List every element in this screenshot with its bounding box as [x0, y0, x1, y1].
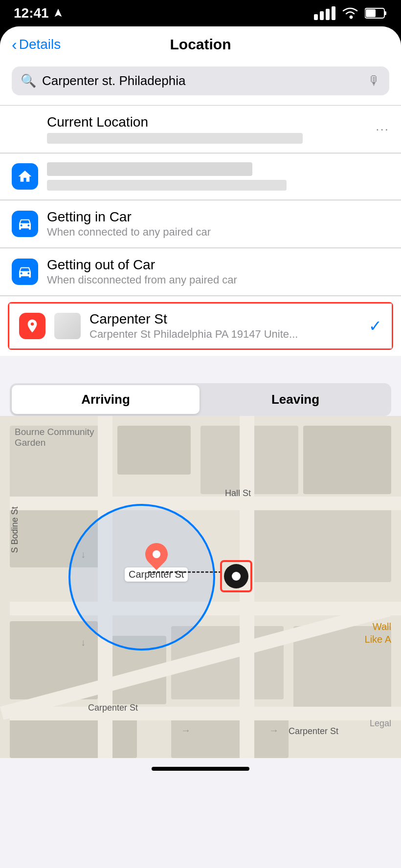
- mic-icon[interactable]: 🎙: [368, 73, 380, 88]
- search-bar: 🔍 🎙: [12, 66, 389, 95]
- page-title: Location: [170, 36, 231, 53]
- time-display: 12:41: [14, 5, 49, 21]
- current-location-text: Current Location: [47, 114, 367, 144]
- svg-rect-0: [314, 14, 318, 20]
- checkmark-icon: ✓: [369, 317, 382, 335]
- getting-in-car-text: Getting in Car When connected to any pai…: [47, 209, 389, 239]
- home-icon: [12, 163, 38, 190]
- map-area: ↓ ↓ → → Bourne CommunityGarden S Bodine …: [0, 416, 401, 758]
- getting-out-car-title: Getting out of Car: [47, 257, 389, 273]
- carpenter-st-title: Carpenter St: [89, 311, 360, 327]
- search-container: 🔍 🎙: [0, 61, 401, 105]
- carpenter-st-bottom-label: Carpenter St: [88, 703, 138, 713]
- map-thumbnail: [54, 313, 81, 339]
- pin-icon: [19, 313, 45, 339]
- nav-header: ‹ Details Location: [0, 26, 401, 61]
- nav-arrow-icon: [12, 116, 38, 142]
- home-text: [47, 162, 389, 191]
- arriving-leaving-segment: Arriving Leaving: [10, 383, 391, 416]
- car-out-icon: [12, 259, 38, 285]
- arriving-button[interactable]: Arriving: [12, 385, 200, 414]
- battery-icon: [365, 7, 387, 19]
- legal-label[interactable]: Legal: [370, 718, 391, 729]
- list-item-carpenter-st[interactable]: Carpenter St Carpenter St Philadelphia P…: [8, 302, 393, 350]
- back-label: Details: [19, 37, 61, 52]
- svg-rect-6: [366, 9, 376, 17]
- resize-handle-dot: [232, 572, 241, 581]
- getting-out-car-text: Getting out of Car When disconnected fro…: [47, 257, 389, 286]
- location-arrow-icon: [53, 8, 64, 19]
- getting-in-car-subtitle: When connected to any paired car: [47, 226, 389, 239]
- getting-in-car-title: Getting in Car: [47, 209, 389, 225]
- svg-rect-5: [384, 11, 386, 15]
- bourne-garden-label: Bourne CommunityGarden: [15, 427, 94, 448]
- svg-rect-2: [326, 9, 330, 20]
- location-list: Current Location ···: [0, 106, 401, 356]
- signal-icon: [314, 6, 335, 20]
- list-item-home[interactable]: [0, 153, 401, 200]
- current-location-blurred: [47, 133, 303, 144]
- svg-rect-12: [303, 426, 391, 494]
- s-bodine-st-label: S Bodine St: [10, 506, 20, 553]
- list-item-getting-in-car[interactable]: Getting in Car When connected to any pai…: [0, 200, 401, 248]
- svg-rect-22: [0, 707, 401, 720]
- status-bar: 12:41: [0, 0, 401, 26]
- status-time: 12:41: [14, 5, 64, 21]
- svg-rect-13: [245, 504, 391, 582]
- svg-text:→: →: [269, 725, 279, 736]
- carpenter-st-text: Carpenter St Carpenter St Philadelphia P…: [89, 311, 360, 341]
- hall-st-label: Hall St: [225, 488, 251, 499]
- status-icons: [314, 6, 387, 20]
- svg-rect-1: [320, 11, 324, 20]
- home-title-blurred: [47, 162, 252, 176]
- content-gap: [0, 356, 401, 375]
- svg-text:↓: ↓: [81, 637, 86, 648]
- back-chevron-icon: ‹: [12, 37, 17, 52]
- pin-body: [140, 538, 172, 570]
- pin-inner: [153, 550, 160, 558]
- home-indicator: [0, 758, 401, 780]
- svg-rect-20: [0, 497, 401, 510]
- resize-handle-border: [220, 560, 252, 592]
- more-dots: ···: [376, 122, 389, 137]
- segment-container: Arriving Leaving: [0, 375, 401, 416]
- car-in-icon: [12, 211, 38, 237]
- home-subtitle-blurred: [47, 180, 287, 191]
- getting-out-car-subtitle: When disconnected from any paired car: [47, 274, 389, 286]
- svg-rect-3: [332, 6, 335, 20]
- selected-item-wrapper: Carpenter St Carpenter St Philadelphia P…: [0, 296, 401, 356]
- resize-handle[interactable]: [224, 564, 248, 588]
- svg-rect-10: [117, 426, 191, 475]
- current-location-title: Current Location: [47, 114, 367, 130]
- carpenter-st-subtitle: Carpenter St Philadelphia PA 19147 Unite…: [89, 328, 360, 341]
- distance-line: [148, 571, 222, 573]
- search-icon: 🔍: [21, 73, 36, 88]
- search-input[interactable]: [42, 73, 362, 88]
- wall-label: WallLike A: [365, 620, 391, 646]
- wifi-icon: [341, 6, 359, 20]
- carpenter-st-right-label: Carpenter St: [289, 726, 338, 737]
- leaving-button[interactable]: Leaving: [201, 385, 389, 414]
- list-item-current-location[interactable]: Current Location ···: [0, 106, 401, 153]
- list-item-getting-out-car[interactable]: Getting out of Car When disconnected fro…: [0, 248, 401, 296]
- svg-text:→: →: [181, 725, 191, 736]
- main-content: ‹ Details Location 🔍 🎙 Current Location: [0, 26, 401, 868]
- resize-handle-container: [220, 560, 252, 592]
- home-bar: [152, 767, 249, 771]
- back-button[interactable]: ‹ Details: [12, 37, 61, 52]
- map-pin: Carpenter St: [125, 543, 188, 582]
